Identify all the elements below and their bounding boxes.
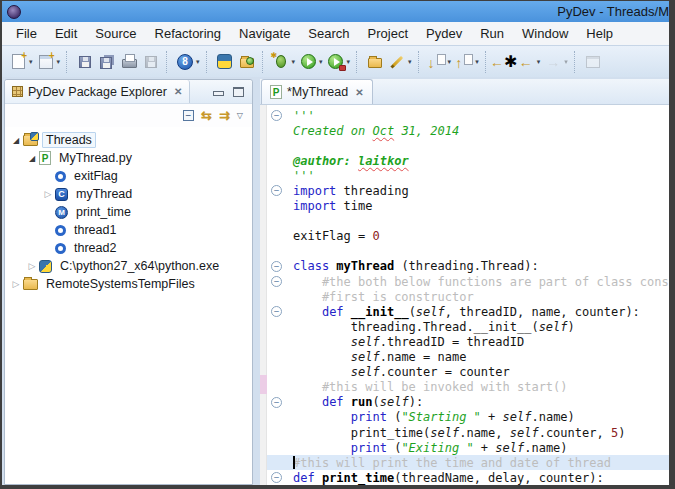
dropdown-caret-icon[interactable]: ▾: [319, 58, 323, 66]
code-line-20[interactable]: − def run(self):: [260, 395, 669, 410]
menu-edit[interactable]: Edit: [46, 24, 86, 43]
toolbar-button-mark-occurrences[interactable]: ▾: [387, 51, 413, 72]
annotation-ruler[interactable]: [260, 105, 267, 485]
fold-collapse-icon[interactable]: −: [271, 472, 282, 483]
maximize-view-icon[interactable]: [233, 87, 244, 97]
toolbar-button-new-wizard[interactable]: +▾: [8, 51, 34, 72]
code-line-24[interactable]: #this will print the time and date of th…: [260, 455, 669, 470]
code-editor[interactable]: −'''Created on Oct 31, 2014@author: lait…: [260, 105, 669, 485]
code-line-13[interactable]: #first is constructor: [260, 289, 669, 304]
dropdown-caret-icon[interactable]: ▾: [448, 58, 452, 66]
link-with-editor-icon[interactable]: ⇆: [201, 109, 212, 122]
dropdown-caret-icon[interactable]: ▾: [475, 58, 479, 66]
code-line-5[interactable]: ''': [260, 168, 669, 183]
toolbar-button-save[interactable]: [75, 51, 95, 72]
package-explorer-tab[interactable]: PyDev Package Explorer ✕: [5, 80, 190, 103]
menu-file[interactable]: File: [7, 24, 46, 43]
code-line-19[interactable]: #this will be invoked with start(): [260, 380, 669, 395]
code-line-4[interactable]: @author: laitkor: [260, 153, 669, 168]
menu-refactoring[interactable]: Refactoring: [146, 24, 230, 43]
toolbar-button-save-all[interactable]: [97, 51, 117, 72]
toolbar-button-coverage[interactable]: ▾: [326, 51, 352, 72]
dropdown-caret-icon[interactable]: ▾: [564, 58, 568, 66]
expander-open-icon[interactable]: ◢: [26, 154, 38, 163]
code-line-18[interactable]: self.counter = counter: [260, 365, 669, 380]
minimize-view-icon[interactable]: [213, 91, 224, 96]
toolbar-button-open-resource[interactable]: [365, 51, 385, 72]
fold-collapse-icon[interactable]: −: [271, 397, 282, 408]
code-line-11[interactable]: −class myThread (threading.Thread):: [260, 259, 669, 274]
fold-collapse-icon[interactable]: −: [271, 261, 282, 272]
tree-item-remotesystemstempfiles[interactable]: ▷RemoteSystemsTempFiles: [5, 275, 252, 293]
code-line-1[interactable]: −''': [260, 108, 669, 123]
code-line-7[interactable]: import time: [260, 199, 669, 214]
menu-pydev[interactable]: Pydev: [417, 24, 471, 43]
toolbar-button-previous-annotation[interactable]: ↑▾: [454, 51, 480, 72]
code-line-2[interactable]: Created on Oct 31, 2014: [260, 123, 669, 138]
tree-item-mythread-py[interactable]: ◢PMyThread.py: [5, 149, 252, 167]
code-line-22[interactable]: print_time(self.name, self.counter, 5): [260, 425, 669, 440]
expander-open-icon[interactable]: ◢: [10, 136, 22, 145]
dropdown-caret-icon[interactable]: ▾: [57, 58, 61, 66]
dropdown-caret-icon[interactable]: ▾: [347, 58, 351, 66]
toolbar-button-open-pydev-folder[interactable]: [237, 51, 257, 72]
code-line-15[interactable]: threading.Thread.__init__(self): [260, 319, 669, 334]
tree-item-exitflag[interactable]: exitFlag: [5, 167, 252, 185]
menu-run[interactable]: Run: [471, 24, 513, 43]
fold-collapse-icon[interactable]: −: [271, 110, 282, 121]
toolbar-button-python[interactable]: [215, 51, 235, 72]
toolbar-button-run[interactable]: ▾: [298, 51, 324, 72]
dropdown-caret-icon[interactable]: ▾: [408, 58, 412, 66]
toolbar-button-next-annotation[interactable]: ↓▾: [427, 51, 453, 72]
expander-closed-icon[interactable]: ▷: [42, 189, 54, 199]
code-line-21[interactable]: print ("Starting " + self.name): [260, 410, 669, 425]
code-line-6[interactable]: −import threading: [260, 183, 669, 198]
editor-tab-mythread[interactable]: P *MyThread ✕: [261, 79, 373, 104]
menu-source[interactable]: Source: [86, 24, 145, 43]
tree-item-print-time[interactable]: Mprint_time: [5, 203, 252, 221]
code-line-17[interactable]: self.name = name: [260, 350, 669, 365]
tree-item-thread2[interactable]: thread2: [5, 239, 252, 257]
fold-collapse-icon[interactable]: −: [271, 185, 282, 196]
code-line-12[interactable]: − #the both below functions are part of …: [260, 274, 669, 289]
toolbar-button-new-pydev-element[interactable]: +▾: [36, 51, 62, 72]
code-line-9[interactable]: exitFlag = 0: [260, 229, 669, 244]
expander-closed-icon[interactable]: ▷: [26, 261, 38, 271]
toolbar-button-debug[interactable]: ▾: [271, 51, 297, 72]
code-line-14[interactable]: − def __init__(self, threadID, name, cou…: [260, 304, 669, 319]
toolbar-button-forward[interactable]: →▾: [543, 51, 569, 72]
view-menu-icon[interactable]: ▽: [237, 111, 243, 120]
expander-closed-icon[interactable]: ▷: [10, 279, 22, 289]
tree-item-threads[interactable]: ◢Threads: [5, 131, 252, 149]
toolbar-button-last-edit-location[interactable]: ←✱: [494, 51, 514, 72]
code-line-23[interactable]: print ("Exiting " + self.name): [260, 440, 669, 455]
dropdown-caret-icon[interactable]: ▾: [537, 58, 541, 66]
tree-item-mythread[interactable]: ▷CmyThread: [5, 185, 252, 203]
toolbar-button-save-as[interactable]: [141, 51, 161, 72]
collapse-all-icon[interactable]: −: [183, 110, 194, 121]
code-line-8[interactable]: [260, 214, 669, 229]
tree-item-thread1[interactable]: thread1: [5, 221, 252, 239]
code-line-25[interactable]: −def print_time(threadName, delay, count…: [260, 470, 669, 485]
toolbar-button-print[interactable]: [119, 51, 139, 72]
toolbar-button-back[interactable]: ←▾: [516, 51, 542, 72]
title-bar[interactable]: PyDev - Threads/M: [2, 1, 669, 22]
dropdown-caret-icon[interactable]: ▾: [29, 58, 33, 66]
code-line-3[interactable]: [260, 138, 669, 153]
fold-collapse-icon[interactable]: −: [271, 276, 282, 287]
menu-navigate[interactable]: Navigate: [230, 24, 299, 43]
menu-search[interactable]: Search: [299, 24, 358, 43]
close-icon[interactable]: ✕: [172, 86, 182, 97]
menu-project[interactable]: Project: [359, 24, 417, 43]
sync-selection-icon[interactable]: ⇉: [219, 109, 230, 122]
fold-collapse-icon[interactable]: −: [271, 306, 282, 317]
toolbar-button-key-8[interactable]: ▾: [175, 51, 201, 72]
menu-window[interactable]: Window: [513, 24, 577, 43]
code-line-16[interactable]: self.threadID = threadID: [260, 334, 669, 349]
dropdown-caret-icon[interactable]: ▾: [196, 58, 200, 66]
dropdown-caret-icon[interactable]: ▾: [292, 58, 296, 66]
code-line-10[interactable]: [260, 244, 669, 259]
tree-item-c-python27-x64-python-exe[interactable]: ▷C:\python27_x64\python.exe: [5, 257, 252, 275]
toolbar-button-restore-editor[interactable]: [583, 51, 603, 72]
close-icon[interactable]: ✕: [353, 87, 363, 98]
